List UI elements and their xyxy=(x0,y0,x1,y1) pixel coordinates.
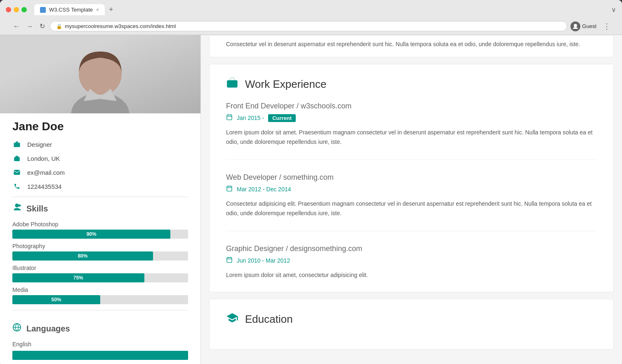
languages-section: Languages English xyxy=(0,323,200,364)
skill-bar: 75% xyxy=(12,273,144,282)
experience-date-row: Jun 2010 - Mar 2012 xyxy=(226,256,597,265)
experience-item: Graphic Designer / designsomething.comJu… xyxy=(226,244,597,279)
expand-button[interactable]: ∨ xyxy=(611,6,616,14)
work-experience-card: Work Experience Front End Developer / w3… xyxy=(209,64,614,292)
skill-name: Illustrator xyxy=(12,265,188,271)
experience-title: Front End Developer / w3schools.com xyxy=(226,102,597,110)
phone-text: 1224435534 xyxy=(27,183,61,190)
languages-title-text: Languages xyxy=(26,324,70,333)
education-title: Education xyxy=(245,313,293,326)
briefcase-large-icon xyxy=(226,77,238,92)
svg-rect-5 xyxy=(14,143,20,147)
address-bar[interactable]: 🔒 mysupercoolresume.w3spaces.com/index.h… xyxy=(50,21,567,31)
date-range: Mar 2012 - Dec 2014 xyxy=(237,186,291,193)
tab-favicon xyxy=(40,7,46,13)
email-icon xyxy=(12,168,21,177)
skills-icon xyxy=(12,203,21,214)
browser-content: Jane Doe Designer xyxy=(0,35,622,364)
main-content: Consectetur vel in deserunt aspernatur e… xyxy=(201,35,622,364)
skill-bar: 80% xyxy=(12,251,153,261)
calendar-icon xyxy=(226,114,233,122)
skill-name: Media xyxy=(12,287,188,293)
phone-item: 1224435534 xyxy=(12,182,188,191)
experience-title: Graphic Designer / designsomething.com xyxy=(226,244,597,253)
minimize-button[interactable] xyxy=(14,7,19,12)
sidebar-info: Jane Doe Designer xyxy=(0,113,200,323)
experience-container: Front End Developer / w3schools.comJan 2… xyxy=(226,102,597,279)
experience-title: Web Developer / something.com xyxy=(226,173,597,182)
work-experience-header: Work Experience xyxy=(226,77,597,92)
browser-window: W3.CSS Template × + ∨ ← → ↻ 🔒 mysupercoo… xyxy=(0,0,622,364)
back-button[interactable]: ← xyxy=(12,22,21,31)
job-title-text: Designer xyxy=(27,141,52,148)
partial-card-text: Consectetur vel in deserunt aspernatur e… xyxy=(226,35,597,49)
skill-bar-container: 75% xyxy=(12,273,188,282)
languages-section-title: Languages xyxy=(12,323,188,334)
profile-photo xyxy=(0,35,200,113)
active-tab[interactable]: W3.CSS Template × xyxy=(34,4,105,15)
experience-description: Consectetur adipisicing elit. Praesentiu… xyxy=(226,199,597,218)
skill-bar: 50% xyxy=(12,295,100,304)
account-icon xyxy=(572,23,579,30)
skill-bar: 90% xyxy=(12,230,170,239)
work-experience-title: Work Experience xyxy=(245,78,327,91)
divider-2 xyxy=(12,310,188,310)
job-item: Designer xyxy=(12,140,188,149)
education-icon xyxy=(226,312,238,327)
skill-name: Adobe Photoshop xyxy=(12,221,188,228)
tab-title: W3.CSS Template xyxy=(49,7,93,13)
tab-close-button[interactable]: × xyxy=(96,7,99,13)
browser-menu-button[interactable]: ⋮ xyxy=(603,22,610,31)
svg-rect-6 xyxy=(16,159,18,161)
svg-rect-16 xyxy=(227,186,232,191)
skill-item: Photography80% xyxy=(12,243,188,261)
skills-container: Adobe Photoshop90%Photography80%Illustra… xyxy=(12,221,188,304)
close-button[interactable] xyxy=(6,7,11,12)
svg-point-0 xyxy=(574,24,577,27)
skill-item: Media50% xyxy=(12,287,188,304)
skill-item: Illustrator75% xyxy=(12,265,188,282)
browser-tabs: W3.CSS Template × + xyxy=(34,4,608,15)
education-card: Education xyxy=(209,299,614,350)
english-bar xyxy=(12,351,188,360)
guest-area: Guest xyxy=(570,21,596,31)
url-text: mysupercoolresume.w3spaces.com/index.htm… xyxy=(65,23,176,29)
experience-item: Front End Developer / w3schools.comJan 2… xyxy=(226,102,597,160)
forward-button[interactable]: → xyxy=(25,22,35,31)
lock-icon: 🔒 xyxy=(56,23,62,29)
briefcase-icon xyxy=(12,140,21,149)
skills-section-title: Skills xyxy=(12,203,188,214)
skill-bar-container: 50% xyxy=(12,295,188,304)
traffic-lights xyxy=(6,7,27,12)
experience-date-row: Mar 2012 - Dec 2014 xyxy=(226,185,597,193)
date-range: Jun 2010 - Mar 2012 xyxy=(237,257,290,264)
experience-description: Lorem ipsum dolor sit amet, consectetur … xyxy=(226,270,597,279)
person-silhouette xyxy=(38,35,162,113)
skill-name: Photography xyxy=(12,243,188,249)
browser-addressbar: ← → ↻ 🔒 mysupercoolresume.w3spaces.com/i… xyxy=(6,19,616,35)
skill-bar-container: 80% xyxy=(12,251,188,261)
browser-titlebar: W3.CSS Template × + ∨ ← → ↻ 🔒 mysupercoo… xyxy=(0,0,622,35)
refresh-button[interactable]: ↻ xyxy=(38,21,47,31)
phone-icon xyxy=(12,182,21,191)
sidebar: Jane Doe Designer xyxy=(0,35,201,364)
home-icon xyxy=(12,154,21,163)
svg-rect-20 xyxy=(227,258,232,263)
globe-icon xyxy=(12,323,21,334)
guest-avatar xyxy=(570,21,580,31)
maximize-button[interactable] xyxy=(21,7,27,12)
person-name: Jane Doe xyxy=(12,120,188,133)
calendar-icon xyxy=(226,256,233,265)
partial-card: Consectetur vel in deserunt aspernatur e… xyxy=(209,35,614,57)
svg-point-8 xyxy=(19,204,21,207)
guest-label: Guest xyxy=(582,23,596,29)
experience-description: Lorem ipsum dolor sit amet. Praesentium … xyxy=(226,128,597,146)
skill-item: Adobe Photoshop90% xyxy=(12,221,188,239)
experience-date-row: Jan 2015 -Current xyxy=(226,114,597,122)
divider xyxy=(12,197,188,197)
svg-rect-11 xyxy=(227,80,238,88)
skills-title-text: Skills xyxy=(26,204,48,214)
email-item: ex@mail.com xyxy=(12,168,188,177)
new-tab-button[interactable]: + xyxy=(106,5,116,14)
location-text: London, UK xyxy=(27,155,60,162)
